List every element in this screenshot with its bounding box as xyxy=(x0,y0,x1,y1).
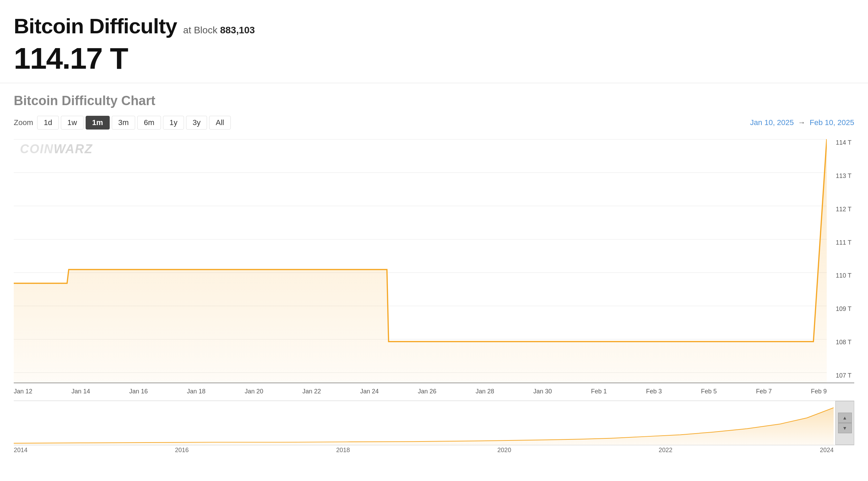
y-label-108: 108 T xyxy=(827,339,854,346)
zoom-bar: Zoom 1d 1w 1m 3m 6m 1y 3y All Jan 10, 20… xyxy=(14,116,854,130)
zoom-3m-button[interactable]: 3m xyxy=(112,116,135,130)
zoom-label: Zoom xyxy=(14,118,33,127)
x-label-jan22: Jan 22 xyxy=(302,388,321,395)
x-label-feb3: Feb 3 xyxy=(646,388,662,395)
block-number: 883,103 xyxy=(220,25,255,35)
zoom-3y-button[interactable]: 3y xyxy=(186,116,207,130)
mini-x-label-2024: 2024 xyxy=(820,447,834,454)
chart-section: Bitcoin Difficulty Chart Zoom 1d 1w 1m 3… xyxy=(0,83,868,454)
chart-title: Bitcoin Difficulty Chart xyxy=(14,93,854,108)
x-label-jan16: Jan 16 xyxy=(129,388,148,395)
header-section: Bitcoin Difficulty at Block 883,103 114.… xyxy=(0,0,868,83)
mini-x-label-2020: 2020 xyxy=(497,447,511,454)
x-label-feb5: Feb 5 xyxy=(701,388,717,395)
zoom-1w-button[interactable]: 1w xyxy=(61,116,84,130)
x-label-jan24: Jan 24 xyxy=(360,388,379,395)
x-label-jan26: Jan 26 xyxy=(418,388,436,395)
y-label-114: 114 T xyxy=(827,139,854,146)
y-label-111: 111 T xyxy=(827,239,854,246)
mini-x-label-2014: 2014 xyxy=(14,447,28,454)
zoom-all-button[interactable]: All xyxy=(209,116,230,130)
mini-scrollbar[interactable]: ▲ ▼ xyxy=(835,401,854,445)
y-label-113: 113 T xyxy=(827,172,854,180)
zoom-1y-button[interactable]: 1y xyxy=(163,116,184,130)
y-label-107: 107 T xyxy=(827,372,854,379)
date-arrow: → xyxy=(798,118,805,127)
y-label-112: 112 T xyxy=(827,206,854,213)
x-label-feb7: Feb 7 xyxy=(756,388,772,395)
date-range: Jan 10, 2025 → Feb 10, 2025 xyxy=(750,118,854,127)
x-label-jan12: Jan 12 xyxy=(14,388,32,395)
x-label-jan14: Jan 14 xyxy=(72,388,90,395)
x-label-jan20: Jan 20 xyxy=(245,388,263,395)
x-label-feb9: Feb 9 xyxy=(811,388,827,395)
difficulty-value: 114.17 T xyxy=(14,41,854,76)
mini-x-label-2016: 2016 xyxy=(175,447,189,454)
x-label-jan18: Jan 18 xyxy=(187,388,206,395)
zoom-1d-button[interactable]: 1d xyxy=(37,116,58,130)
title-row: Bitcoin Difficulty at Block 883,103 xyxy=(14,14,854,38)
y-label-110: 110 T xyxy=(827,272,854,279)
date-to: Feb 10, 2025 xyxy=(810,118,854,127)
mini-x-axis: 2014 2016 2018 2020 2022 2024 xyxy=(14,445,854,454)
block-label: at Block 883,103 xyxy=(183,25,255,36)
zoom-controls: Zoom 1d 1w 1m 3m 6m 1y 3y All xyxy=(14,116,231,130)
zoom-1m-button[interactable]: 1m xyxy=(86,116,110,130)
zoom-6m-button[interactable]: 6m xyxy=(137,116,161,130)
main-chart-svg xyxy=(14,136,827,383)
date-from: Jan 10, 2025 xyxy=(750,118,794,127)
mini-x-label-2022: 2022 xyxy=(659,447,672,454)
x-label-jan30: Jan 30 xyxy=(533,388,552,395)
mini-chart-svg xyxy=(14,401,834,445)
main-chart-wrapper: CoinWarz xyxy=(14,136,854,383)
x-axis: Jan 12 Jan 14 Jan 16 Jan 18 Jan 20 Jan 2… xyxy=(14,384,854,395)
y-axis: 114 T 113 T 112 T 111 T 110 T 109 T 108 … xyxy=(827,136,854,383)
mini-x-label-2018: 2018 xyxy=(336,447,350,454)
mini-chart-section: ▲ ▼ xyxy=(14,401,854,445)
x-label-jan28: Jan 28 xyxy=(476,388,494,395)
scrollbar-down-button[interactable]: ▼ xyxy=(838,423,852,433)
scrollbar-up-button[interactable]: ▲ xyxy=(838,413,852,423)
page-title: Bitcoin Difficulty xyxy=(14,14,177,38)
x-label-feb1: Feb 1 xyxy=(591,388,607,395)
y-label-109: 109 T xyxy=(827,305,854,313)
